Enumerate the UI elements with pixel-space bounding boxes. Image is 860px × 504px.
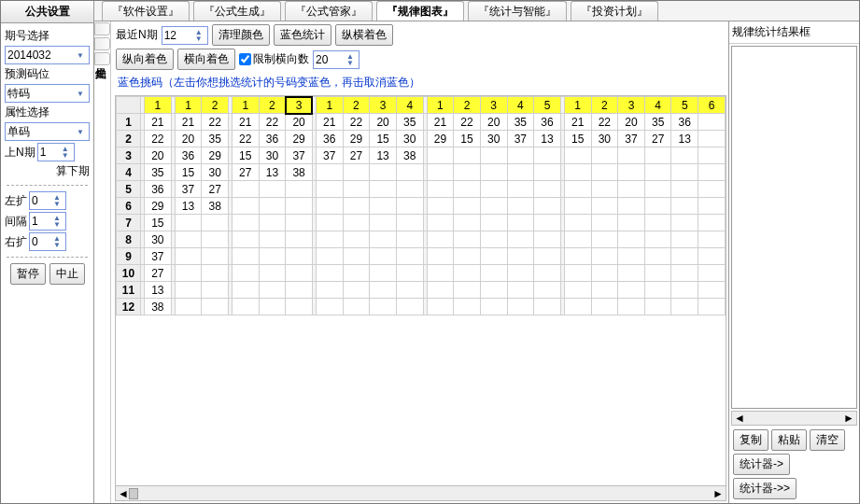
v-color-button[interactable]: 纵向着色	[116, 49, 174, 70]
grid-cell[interactable]	[591, 198, 618, 215]
stop-button[interactable]: 中止	[49, 263, 85, 285]
grid-cell[interactable]: 13	[259, 164, 286, 181]
grid-cell[interactable]	[480, 265, 507, 282]
grid-cell[interactable]: 35	[396, 114, 423, 131]
horizontal-scrollbar[interactable]: ◄ ►	[116, 485, 726, 500]
grid-cell[interactable]: 22	[145, 131, 172, 147]
vtab-star[interactable]: 星光灿烂	[94, 52, 110, 65]
grid-cell[interactable]	[316, 282, 343, 299]
grid-cell[interactable]	[396, 198, 423, 215]
pause-button[interactable]: 暂停	[10, 263, 46, 285]
grid-cell[interactable]: 38	[396, 147, 423, 164]
grid-cell[interactable]: 30	[259, 147, 286, 164]
grid-cell[interactable]	[259, 181, 286, 198]
result-scrollbar[interactable]: ◄ ►	[731, 411, 857, 426]
grid-cell[interactable]	[370, 164, 397, 181]
grid-cell[interactable]	[644, 231, 671, 248]
grid-table[interactable]: 1121231234123451234561212122212220212220…	[116, 96, 726, 315]
grid-cell[interactable]	[507, 265, 534, 282]
grid-cell[interactable]	[202, 282, 229, 299]
grid-header-cell[interactable]: 3	[370, 97, 397, 114]
grid-cell[interactable]	[343, 198, 370, 215]
grid-rowhead[interactable]: 4	[117, 164, 141, 181]
grid-cell[interactable]	[259, 215, 286, 231]
grid-cell[interactable]	[427, 282, 454, 299]
grid-cell[interactable]	[396, 164, 423, 181]
grid-cell[interactable]	[644, 198, 671, 215]
grid-cell[interactable]	[427, 265, 454, 282]
grid-header-cell[interactable]: 4	[396, 97, 423, 114]
grid-cell[interactable]	[480, 231, 507, 248]
grid-cell[interactable]: 38	[202, 198, 229, 215]
grid-cell[interactable]	[671, 231, 698, 248]
period-select[interactable]: 2014032 ▼	[5, 46, 90, 64]
grid-cell[interactable]	[618, 248, 645, 265]
grid-cell[interactable]: 21	[232, 114, 259, 131]
tab-formula-mgr[interactable]: 『公式管家』	[285, 1, 373, 21]
grid-cell[interactable]: 20	[175, 131, 202, 147]
grid-cell[interactable]: 13	[534, 131, 561, 147]
grid-cell[interactable]	[316, 215, 343, 231]
grid-cell[interactable]	[454, 198, 481, 215]
grid-cell[interactable]	[671, 265, 698, 282]
scroll-left-icon[interactable]: ◄	[734, 412, 745, 425]
grid-rowhead[interactable]: 7	[117, 215, 141, 231]
grid-cell[interactable]	[507, 164, 534, 181]
grid-cell[interactable]: 20	[618, 114, 645, 131]
grid-cell[interactable]: 29	[202, 147, 229, 164]
grid-cell[interactable]	[671, 181, 698, 198]
grid-cell[interactable]	[454, 231, 481, 248]
grid-cell[interactable]	[591, 299, 618, 315]
grid-cell[interactable]	[343, 164, 370, 181]
grid-cell[interactable]	[316, 181, 343, 198]
tab-pattern-chart[interactable]: 『规律图表』	[376, 1, 464, 21]
grid-rowhead[interactable]: 11	[117, 282, 141, 299]
grid-cell[interactable]	[316, 164, 343, 181]
grid-cell[interactable]: 38	[145, 299, 172, 315]
grid-cell[interactable]: 29	[343, 131, 370, 147]
grid-cell[interactable]	[507, 198, 534, 215]
grid-cell[interactable]: 36	[671, 114, 698, 131]
grid-cell[interactable]	[644, 265, 671, 282]
grid-cell[interactable]	[259, 248, 286, 265]
lastn-input[interactable]: 1 ▲▼	[37, 143, 75, 161]
grid-cell[interactable]	[232, 265, 259, 282]
grid-cell[interactable]	[618, 282, 645, 299]
grid-cell[interactable]	[618, 215, 645, 231]
grid-cell[interactable]	[454, 215, 481, 231]
grid-cell[interactable]	[427, 181, 454, 198]
grid-cell[interactable]: 36	[259, 131, 286, 147]
grid-cell[interactable]	[316, 198, 343, 215]
grid-cell[interactable]	[480, 215, 507, 231]
grid-cell[interactable]	[591, 248, 618, 265]
grid-cell[interactable]	[618, 299, 645, 315]
grid-rowhead[interactable]: 3	[117, 147, 141, 164]
grid-cell[interactable]	[534, 299, 561, 315]
grid-cell[interactable]	[316, 299, 343, 315]
grid-cell[interactable]	[286, 265, 313, 282]
grid-cell[interactable]: 29	[427, 131, 454, 147]
grid-cell[interactable]	[534, 282, 561, 299]
grid-cell[interactable]	[644, 299, 671, 315]
grid-cell[interactable]	[286, 215, 313, 231]
grid-cell[interactable]	[564, 164, 591, 181]
grid-cell[interactable]: 15	[175, 164, 202, 181]
grid-cell[interactable]	[534, 265, 561, 282]
grid-cell[interactable]	[564, 147, 591, 164]
grid-cell[interactable]	[232, 181, 259, 198]
gap-input[interactable]: 1 ▲▼	[29, 212, 66, 231]
grid-cell[interactable]	[507, 147, 534, 164]
grid-cell[interactable]: 29	[145, 198, 172, 215]
grid-cell[interactable]: 37	[618, 131, 645, 147]
grid-cell[interactable]: 20	[286, 114, 313, 131]
grid-cell[interactable]	[286, 299, 313, 315]
grid-cell[interactable]	[618, 231, 645, 248]
grid-cell[interactable]	[698, 114, 726, 131]
grid-cell[interactable]	[671, 299, 698, 315]
grid-header-cell[interactable]: 2	[454, 97, 481, 114]
grid-cell[interactable]: 35	[507, 114, 534, 131]
grid-header-cell[interactable]: 3	[480, 97, 507, 114]
grid-cell[interactable]	[427, 164, 454, 181]
grid-header-cell[interactable]: 3	[618, 97, 645, 114]
grid-cell[interactable]	[427, 147, 454, 164]
